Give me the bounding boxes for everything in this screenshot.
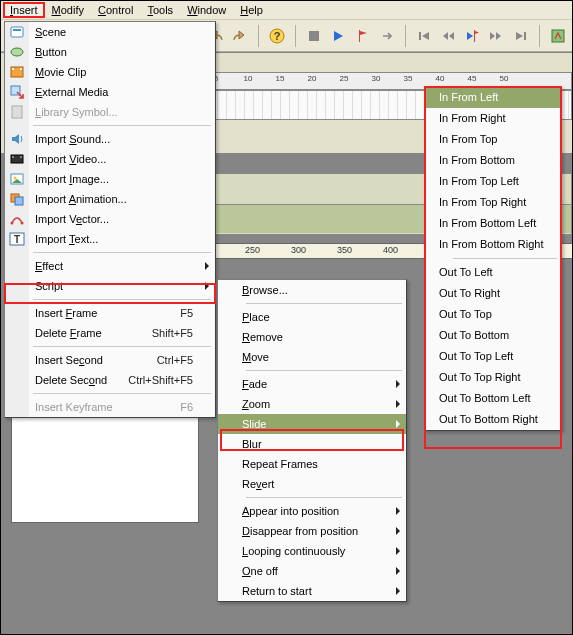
svg-rect-13: [20, 68, 22, 70]
label: Revert: [242, 474, 274, 494]
help-button[interactable]: ?: [267, 25, 287, 47]
menu-item-return-start[interactable]: Return to start: [218, 581, 406, 601]
menu-item-blur[interactable]: Blur: [218, 434, 406, 454]
menu-item-external-media[interactable]: External Media: [5, 82, 215, 102]
fast-forward-button[interactable]: [486, 25, 506, 47]
label: Insert Keyframe: [35, 397, 113, 417]
menu-item-repeat-frames[interactable]: Repeat Frames: [218, 454, 406, 474]
arrow-right-icon[interactable]: [377, 25, 397, 47]
stop-button[interactable]: [304, 25, 324, 47]
menu-item-library-symbol: Library Symbol...: [5, 102, 215, 122]
svg-point-20: [14, 177, 17, 180]
menu-item-appear-into[interactable]: Appear into position: [218, 501, 406, 521]
label: In From Right: [439, 108, 506, 129]
menu-item-import-vector[interactable]: Import Vector...: [5, 209, 215, 229]
menu-item-browse[interactable]: Browse...: [218, 280, 406, 300]
menu-item-out-to-left[interactable]: Out To Left: [425, 262, 561, 283]
menu-item-import-animation[interactable]: Import Animation...: [5, 189, 215, 209]
rewind-button[interactable]: [438, 25, 458, 47]
label: Fade: [242, 374, 267, 394]
image-icon: [8, 170, 26, 188]
svg-rect-18: [20, 156, 22, 158]
menu-item-out-to-top[interactable]: Out To Top: [425, 304, 561, 325]
menu-item-in-from-left[interactable]: In From Left: [425, 87, 561, 108]
text-icon: T: [8, 230, 26, 248]
menu-item-in-from-right[interactable]: In From Right: [425, 108, 561, 129]
menu-item-import-image[interactable]: Import Image...: [5, 169, 215, 189]
menu-item-disappear-from[interactable]: Disappear from position: [218, 521, 406, 541]
svg-rect-2: [309, 31, 319, 41]
menu-item-place[interactable]: Place: [218, 307, 406, 327]
submenu-arrow-icon: [396, 527, 400, 535]
svg-rect-17: [12, 156, 14, 158]
submenu-arrow-icon: [205, 262, 209, 270]
menubar-insert[interactable]: Insert: [3, 2, 45, 18]
menu-item-in-from-bottom-right[interactable]: In From Bottom Right: [425, 234, 561, 255]
menu-item-delete-frame[interactable]: Delete FrameShift+F5: [5, 323, 215, 343]
svg-rect-6: [524, 32, 526, 40]
label: Return to start: [242, 581, 312, 601]
menubar-modify[interactable]: Modify: [45, 2, 91, 18]
menu-item-import-sound[interactable]: Import Sound...: [5, 129, 215, 149]
scene-icon: [8, 23, 26, 41]
play-flag-button[interactable]: [462, 25, 482, 47]
label: Delete Second: [35, 370, 107, 390]
menu-item-effect[interactable]: Effect: [5, 256, 215, 276]
menu-item-in-from-top-left[interactable]: In From Top Left: [425, 171, 561, 192]
label: In From Bottom Right: [439, 234, 544, 255]
lib-icon: [8, 103, 26, 121]
menu-item-move[interactable]: Move: [218, 347, 406, 367]
label: Script: [35, 276, 63, 296]
submenu-arrow-icon: [396, 587, 400, 595]
menu-item-delete-second[interactable]: Delete SecondCtrl+Shift+F5: [5, 370, 215, 390]
menu-item-in-from-top[interactable]: In From Top: [425, 129, 561, 150]
menu-item-out-to-top-left[interactable]: Out To Top Left: [425, 346, 561, 367]
tools-button[interactable]: [548, 25, 568, 47]
menubar-tools[interactable]: Tools: [140, 2, 180, 18]
label: Scene: [35, 22, 66, 42]
label: Import Video...: [35, 149, 106, 169]
menu-item-out-to-right[interactable]: Out To Right: [425, 283, 561, 304]
menu-item-movie-clip[interactable]: Movie Clip: [5, 62, 215, 82]
menu-item-out-to-bottom-right[interactable]: Out To Bottom Right: [425, 409, 561, 430]
menu-item-in-from-bottom[interactable]: In From Bottom: [425, 150, 561, 171]
menu-item-looping[interactable]: Looping continuously: [218, 541, 406, 561]
menu-item-in-from-bottom-left[interactable]: In From Bottom Left: [425, 213, 561, 234]
redo-button[interactable]: [230, 25, 250, 47]
toolbar-sep-4: [539, 25, 540, 47]
menu-separator: [33, 299, 211, 300]
menu-item-one-off[interactable]: One off: [218, 561, 406, 581]
shortcut: F5: [160, 303, 193, 323]
play-button[interactable]: [328, 25, 348, 47]
menu-item-out-to-bottom-left[interactable]: Out To Bottom Left: [425, 388, 561, 409]
menu-item-out-to-top-right[interactable]: Out To Top Right: [425, 367, 561, 388]
menu-item-scene[interactable]: Scene: [5, 22, 215, 42]
menu-item-revert[interactable]: Revert: [218, 474, 406, 494]
menu-item-remove[interactable]: Remove: [218, 327, 406, 347]
menu-separator: [33, 125, 211, 126]
goto-end-button[interactable]: [511, 25, 531, 47]
menu-item-script[interactable]: Script: [5, 276, 215, 296]
flag-button[interactable]: [352, 25, 372, 47]
menubar-control[interactable]: Control: [91, 2, 140, 18]
menu-item-fade[interactable]: Fade: [218, 374, 406, 394]
menu-item-zoom[interactable]: Zoom: [218, 394, 406, 414]
submenu-arrow-icon: [396, 420, 400, 428]
menu-item-button[interactable]: Button: [5, 42, 215, 62]
menu-separator: [33, 346, 211, 347]
menu-item-in-from-top-right[interactable]: In From Top Right: [425, 192, 561, 213]
menu-item-insert-second[interactable]: Insert SecondCtrl+F5: [5, 350, 215, 370]
menubar: Insert Modify Control Tools Window Help: [1, 1, 572, 20]
menubar-help[interactable]: Help: [233, 2, 270, 18]
label: In From Bottom Left: [439, 213, 536, 234]
menu-item-import-video[interactable]: Import Video...: [5, 149, 215, 169]
menu-item-out-to-bottom[interactable]: Out To Bottom: [425, 325, 561, 346]
svg-point-23: [11, 222, 14, 225]
menubar-window[interactable]: Window: [180, 2, 233, 18]
menu-item-import-text[interactable]: TImport Text...: [5, 229, 215, 249]
goto-start-button[interactable]: [414, 25, 434, 47]
toolbar-sep-3: [405, 25, 406, 47]
label: In From Top Right: [439, 192, 526, 213]
menu-item-insert-frame[interactable]: Insert FrameF5: [5, 303, 215, 323]
menu-item-slide[interactable]: Slide: [218, 414, 406, 434]
